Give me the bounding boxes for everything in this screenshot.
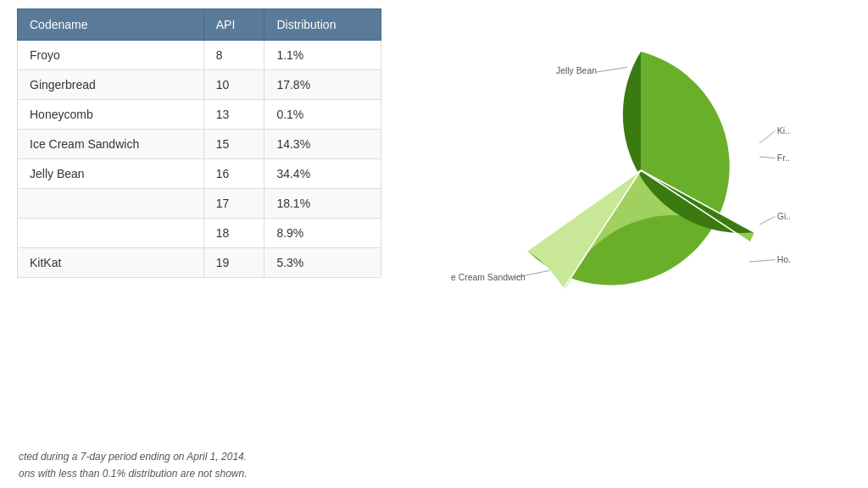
cell-codename: Honeycomb xyxy=(18,100,204,130)
cell-api: 8 xyxy=(203,41,264,70)
label-gingerbread: Gi... xyxy=(777,212,790,221)
col-header-api: API xyxy=(203,9,264,41)
cell-codename: Froyo xyxy=(18,41,204,70)
label-line-gingerbread xyxy=(760,216,775,225)
cell-distribution: 17.8% xyxy=(264,70,381,100)
pie-chart-svg: Jelly Bean Ki... Fr... Gi... Ho... Ice C… xyxy=(451,17,790,330)
table-row: Jelly Bean1634.4% xyxy=(18,159,381,189)
col-header-distribution: Distribution xyxy=(264,9,381,41)
footnote-2: ons with less than 0.1% distribution are… xyxy=(17,468,851,480)
footnote-1: cted during a 7-day period ending on Apr… xyxy=(17,451,851,463)
table-row: Honeycomb130.1% xyxy=(18,100,381,130)
cell-codename xyxy=(18,219,204,248)
cell-api: 17 xyxy=(203,189,264,219)
label-froyo: Fr... xyxy=(777,153,790,163)
table-section: Codename API Distribution Froyo81.1%Ging… xyxy=(17,8,390,278)
cell-distribution: 5.3% xyxy=(264,248,381,278)
table-row: 1718.1% xyxy=(18,189,381,219)
cell-distribution: 14.3% xyxy=(264,130,381,159)
table-row: Ice Cream Sandwich1514.3% xyxy=(18,130,381,159)
table-row: KitKat195.3% xyxy=(18,248,381,278)
cell-codename: Gingerbread xyxy=(18,70,204,100)
label-kitkat: Ki... xyxy=(777,126,790,136)
cell-distribution: 34.4% xyxy=(264,159,381,189)
table-row: Froyo81.1% xyxy=(18,41,381,70)
cell-distribution: 18.1% xyxy=(264,189,381,219)
label-jellybean: Jelly Bean xyxy=(556,66,597,75)
cell-codename: Ice Cream Sandwich xyxy=(18,130,204,159)
cell-api: 10 xyxy=(203,70,264,100)
cell-distribution: 1.1% xyxy=(264,41,381,70)
pie-chart: Jelly Bean Ki... Fr... Gi... Ho... Ice C… xyxy=(451,17,790,330)
cell-api: 19 xyxy=(203,248,264,278)
cell-api: 13 xyxy=(203,100,264,130)
label-line-honeycomb xyxy=(749,260,775,262)
label-ics: Ice Cream Sandwich xyxy=(451,273,526,282)
table-row: 188.9% xyxy=(18,219,381,248)
main-content: Codename API Distribution Froyo81.1%Ging… xyxy=(17,8,851,446)
label-line-froyo xyxy=(760,157,775,158)
cell-distribution: 8.9% xyxy=(264,219,381,248)
cell-codename xyxy=(18,189,204,219)
table-row: Gingerbread1017.8% xyxy=(18,70,381,100)
cell-codename: Jelly Bean xyxy=(18,159,204,189)
chart-section: Jelly Bean Ki... Fr... Gi... Ho... Ice C… xyxy=(390,8,851,330)
label-honeycomb: Ho... xyxy=(777,255,790,264)
cell-api: 16 xyxy=(203,159,264,189)
label-line-kitkat xyxy=(760,131,775,143)
label-line-jellybean xyxy=(597,67,627,72)
cell-codename: KitKat xyxy=(18,248,204,278)
cell-api: 15 xyxy=(203,130,264,159)
col-header-codename: Codename xyxy=(18,9,204,41)
cell-distribution: 0.1% xyxy=(264,100,381,130)
distribution-table: Codename API Distribution Froyo81.1%Ging… xyxy=(17,8,381,278)
cell-api: 18 xyxy=(203,219,264,248)
